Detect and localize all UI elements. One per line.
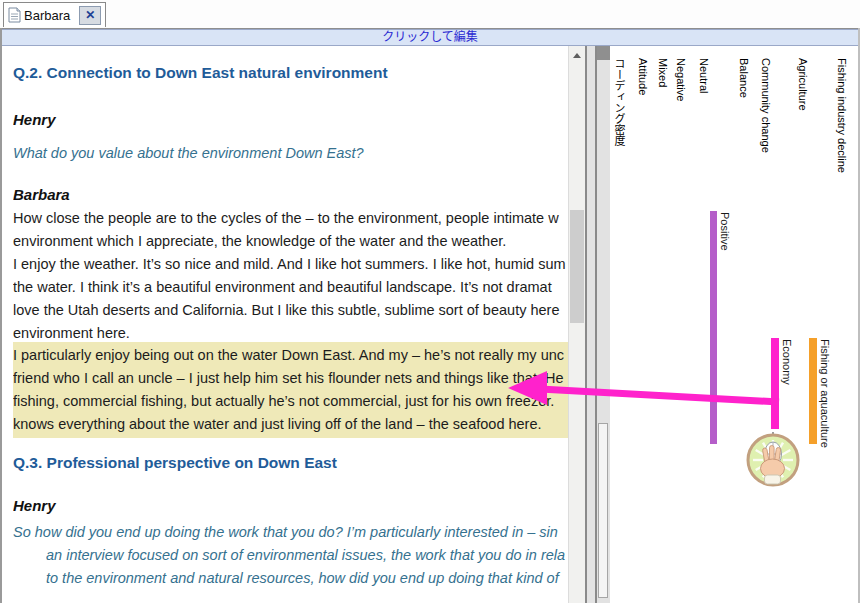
section-heading: Q.2. Connection to Down East natural env… xyxy=(13,63,568,82)
edit-hint-bar[interactable]: クリックして編集 xyxy=(2,29,858,46)
coding-stripe-label[interactable]: Fishing or aquaculture xyxy=(819,339,831,448)
code-column-header[interactable]: Fishing industry decline xyxy=(836,58,848,173)
pane-splitter[interactable] xyxy=(585,46,597,603)
up-arrow-icon xyxy=(573,53,581,58)
scroll-up-button[interactable] xyxy=(569,48,585,63)
tab-title: Barbara xyxy=(24,8,74,23)
coding-stripe-bar[interactable] xyxy=(710,211,717,444)
code-column-header[interactable]: Community change xyxy=(760,58,772,153)
speaker-name: Henry xyxy=(13,111,568,128)
document-tab-bar: Barbara ✕ xyxy=(0,0,860,28)
application-window: Barbara ✕ クリックして編集 Q.2. Connection to Do… xyxy=(0,0,860,603)
text-line: So how did you end up doing the work tha… xyxy=(13,521,568,544)
code-column-header[interactable]: Negative xyxy=(675,58,687,101)
code-column-header[interactable]: Agriculture xyxy=(797,58,809,111)
document-scrollbar[interactable] xyxy=(568,46,585,603)
coding-panel-scrollbar[interactable] xyxy=(597,46,610,603)
edit-hint-label: クリックして編集 xyxy=(382,30,478,44)
text-line: friend who I call an uncle – I just help… xyxy=(13,367,568,390)
speaker-name: Barbara xyxy=(13,186,568,203)
text-line: love the Utah deserts and California. Bu… xyxy=(13,299,568,322)
coding-stripe-label[interactable]: Positive xyxy=(719,212,731,251)
speaker-name: Henry xyxy=(13,497,568,514)
hand-on-mouse-icon xyxy=(745,431,801,487)
document-scrollbar-thumb[interactable] xyxy=(570,210,584,323)
code-column-header[interactable]: Mixed xyxy=(657,58,669,87)
text-line: environment which I appreciate, the know… xyxy=(13,230,568,253)
text-line: an interview focused on sort of environm… xyxy=(46,544,568,567)
panel-scroll-button[interactable] xyxy=(597,46,610,60)
coding-stripe-bar[interactable] xyxy=(771,338,779,429)
coding-stripes-panel: コーディング密度AttitudeMixedNegativeNeutralBala… xyxy=(610,46,858,603)
text-line: What do you value about the environment … xyxy=(13,142,568,165)
document-icon xyxy=(8,7,21,23)
coding-density-header: コーディング密度 xyxy=(611,58,627,146)
text-line: to the environment and natural resources… xyxy=(46,567,568,590)
code-column-header[interactable]: Attitude xyxy=(637,58,649,95)
interviewer-question: So how did you end up doing the work tha… xyxy=(13,521,568,590)
section-heading: Q.3. Professional perspective on Down Ea… xyxy=(13,453,568,472)
coded-segment[interactable]: I particularly enjoy being out on the wa… xyxy=(13,342,568,438)
text-line: the water. I think it’s a beautiful envi… xyxy=(13,276,568,299)
panel-scrollbar-thumb[interactable] xyxy=(598,423,608,598)
text-line: I enjoy the weather. It’s so nice and mi… xyxy=(13,253,568,276)
text-line: knows everything about the water and jus… xyxy=(13,413,568,436)
text-line: How close the people are to the cycles o… xyxy=(13,207,568,230)
interviewer-question: What do you value about the environment … xyxy=(13,142,568,165)
code-column-header[interactable]: Neutral xyxy=(698,58,710,93)
coding-stripe-bar[interactable] xyxy=(809,338,817,444)
text-line: fishing, commercial fishing, but actuall… xyxy=(13,390,568,413)
document-pane[interactable]: Q.2. Connection to Down East natural env… xyxy=(2,46,568,603)
text-line: I particularly enjoy being out on the wa… xyxy=(13,344,568,367)
close-icon[interactable]: ✕ xyxy=(79,6,101,25)
code-column-header[interactable]: Balance xyxy=(738,58,750,98)
coding-stripe-label[interactable]: Economy xyxy=(781,339,793,385)
paragraph: I enjoy the weather. It’s so nice and mi… xyxy=(13,253,568,345)
document-tab[interactable]: Barbara ✕ xyxy=(3,2,106,27)
paragraph: How close the people are to the cycles o… xyxy=(13,207,568,253)
